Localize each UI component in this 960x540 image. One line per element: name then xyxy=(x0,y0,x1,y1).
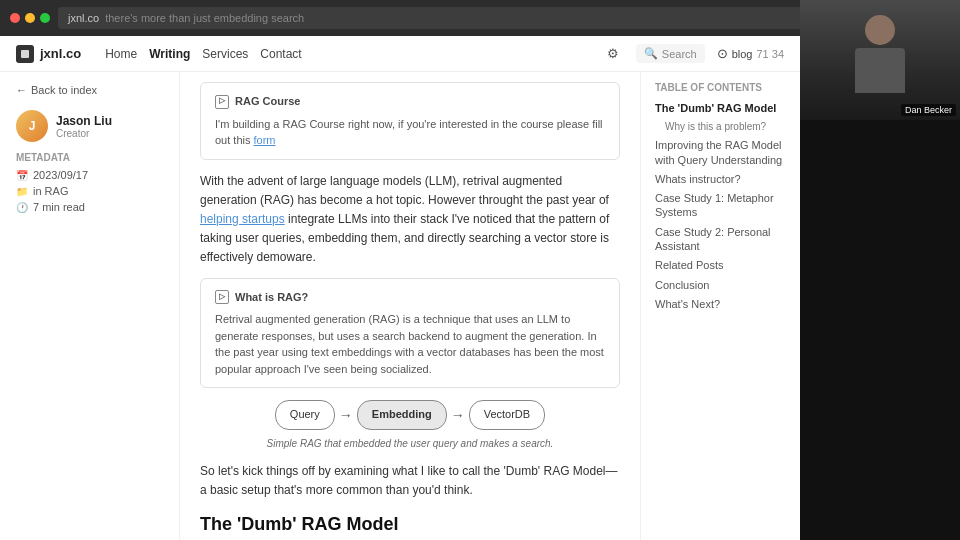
person-silhouette xyxy=(845,15,915,105)
github-label: blog xyxy=(732,48,753,60)
minimize-button[interactable] xyxy=(25,13,35,23)
toc-item-1[interactable]: The 'Dumb' RAG Model xyxy=(655,101,786,115)
logo-icon xyxy=(16,45,34,63)
back-link[interactable]: ← Back to index xyxy=(16,84,163,96)
rag-diagram: Query → Embedding → VectorDB xyxy=(200,400,620,430)
metadata-date: 📅 2023/09/17 xyxy=(16,169,163,181)
metadata-label: Metadata xyxy=(16,152,163,163)
toc-item-6[interactable]: Case Study 2: Personal Assistant xyxy=(655,225,786,254)
callout-link[interactable]: form xyxy=(254,134,276,146)
author-info: Jason Liu Creator xyxy=(56,114,112,139)
nav-writing[interactable]: Writing xyxy=(149,47,190,61)
clock-icon: 🕐 xyxy=(16,202,28,213)
callout-icon: ▷ xyxy=(215,95,229,109)
intro-paragraph: With the advent of large language models… xyxy=(200,172,620,268)
nav-home[interactable]: Home xyxy=(105,47,137,61)
rag-course-callout: ▷ RAG Course I'm building a RAG Course r… xyxy=(200,82,620,160)
what-is-rag-header: ▷ What is RAG? xyxy=(215,289,605,307)
toc-item-8[interactable]: Conclusion xyxy=(655,278,786,292)
webcam-feed: Dan Becker xyxy=(800,0,960,120)
person-head xyxy=(865,15,895,45)
site-logo[interactable]: jxnl.co xyxy=(16,45,81,63)
github-link[interactable]: ⊙ blog 71 34 xyxy=(717,46,784,61)
what-is-rag-callout: ▷ What is RAG? Retrival augmented genera… xyxy=(200,278,620,389)
author-role: Creator xyxy=(56,128,112,139)
metadata-date-value: 2023/09/17 xyxy=(33,169,88,181)
close-button[interactable] xyxy=(10,13,20,23)
diagram-query: Query xyxy=(275,400,335,430)
webcam-person xyxy=(800,0,960,120)
what-is-rag-title: What is RAG? xyxy=(235,289,308,307)
arrow-1: → xyxy=(339,404,353,426)
article-content: ▷ RAG Course I'm building a RAG Course r… xyxy=(180,72,640,540)
url-text: jxnl.co xyxy=(68,12,99,24)
section-heading: The 'Dumb' RAG Model xyxy=(200,510,620,539)
callout-text: I'm building a RAG Course right now, if … xyxy=(215,116,605,149)
diagram-embedding: Embedding xyxy=(357,400,447,430)
toc-item-9[interactable]: What's Next? xyxy=(655,297,786,311)
diagram-caption: Simple RAG that embedded the user query … xyxy=(200,436,620,452)
folder-icon: 📁 xyxy=(16,186,28,197)
author-avatar: J xyxy=(16,110,48,142)
website-content: jxnl.co Home Writing Services Contact ⚙ … xyxy=(0,36,800,540)
transition-paragraph: So let's kick things off by examining wh… xyxy=(200,462,620,500)
github-stats: 71 34 xyxy=(756,48,784,60)
metadata-readtime-value: 7 min read xyxy=(33,201,85,213)
back-arrow-icon: ← xyxy=(16,84,27,96)
author-name: Jason Liu xyxy=(56,114,112,128)
settings-icon[interactable]: ⚙ xyxy=(602,43,624,65)
search-icon: 🔍 xyxy=(644,47,658,60)
logo-text: jxnl.co xyxy=(40,46,81,61)
content-layout: ← Back to index J Jason Liu Creator Meta… xyxy=(0,72,800,540)
toc-item-3[interactable]: Improving the RAG Model with Query Under… xyxy=(655,138,786,167)
metadata-category-value: in RAG xyxy=(33,185,68,197)
metadata-readtime: 🕐 7 min read xyxy=(16,201,163,213)
url-extra: there's more than just embedding search xyxy=(105,12,304,24)
diagram-vectordb: VectorDB xyxy=(469,400,545,430)
callout-title: RAG Course xyxy=(235,93,300,111)
nav-services[interactable]: Services xyxy=(202,47,248,61)
calendar-icon: 📅 xyxy=(16,170,28,181)
author-section: J Jason Liu Creator xyxy=(16,110,163,142)
nav-bar: jxnl.co Home Writing Services Contact ⚙ … xyxy=(0,36,800,72)
toc-item-4[interactable]: Whats instructor? xyxy=(655,172,786,186)
maximize-button[interactable] xyxy=(40,13,50,23)
toc-title: Table of contents xyxy=(655,82,786,93)
github-icon: ⊙ xyxy=(717,46,728,61)
what-is-rag-text: Retrival augmented generation (RAG) is a… xyxy=(215,311,605,377)
toc-item-5[interactable]: Case Study 1: Metaphor Systems xyxy=(655,191,786,220)
toc-item-7[interactable]: Related Posts xyxy=(655,258,786,272)
left-panel: ← Back to index J Jason Liu Creator Meta… xyxy=(0,72,180,540)
search-label: Search xyxy=(662,48,697,60)
person-body xyxy=(855,48,905,93)
intro-text-1: With the advent of large language models… xyxy=(200,174,609,207)
callout-header: ▷ RAG Course xyxy=(215,93,605,111)
nav-contact[interactable]: Contact xyxy=(260,47,301,61)
nav-right: ⚙ 🔍 Search ⊙ blog 71 34 xyxy=(602,43,784,65)
rag-callout-icon: ▷ xyxy=(215,290,229,304)
toc-item-2[interactable]: Why is this a problem? xyxy=(655,120,786,133)
search-bar[interactable]: 🔍 Search xyxy=(636,44,705,63)
back-link-text: Back to index xyxy=(31,84,97,96)
intro-link[interactable]: helping startups xyxy=(200,212,285,226)
window-controls xyxy=(10,13,50,23)
toc-sidebar: Table of contents The 'Dumb' RAG Model W… xyxy=(640,72,800,540)
arrow-2: → xyxy=(451,404,465,426)
metadata-category: 📁 in RAG xyxy=(16,185,163,197)
svg-rect-0 xyxy=(21,50,29,58)
webcam-name-label: Dan Becker xyxy=(901,104,956,116)
webcam-overlay: Dan Becker xyxy=(800,0,960,540)
nav-links: Home Writing Services Contact xyxy=(105,47,302,61)
